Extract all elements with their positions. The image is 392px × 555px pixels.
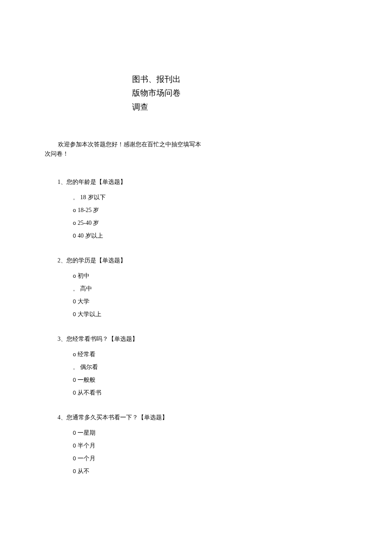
question-number: 2、 [58, 257, 66, 264]
option-text: 半个月 [78, 442, 95, 450]
question-text: 您经常看书吗？【单选题】 [66, 336, 138, 342]
intro-text: 欢迎参加本次答题您好！感谢您在百忙之中抽空填写本 次问卷！ [45, 140, 224, 159]
option-item: 0 大学以上 [73, 311, 168, 318]
option-bullet: 0 [73, 468, 76, 474]
options-list: 0 一星期 0 半个月 0 一个月 0 从不 [73, 429, 168, 475]
option-bullet: 0 [73, 430, 76, 436]
option-item: 0 从不看书 [73, 389, 168, 397]
option-item: 。18 岁以下 [73, 194, 168, 201]
option-text: 18 岁以下 [80, 194, 106, 201]
option-bullet: 。 [73, 363, 78, 371]
option-text: 一星期 [78, 429, 95, 437]
options-list: o 初中 。高中 0 大学 0 大学以上 [73, 272, 168, 318]
question-number: 1、 [58, 179, 66, 185]
options-list: o 经常看 。偶尔看 0 一般般 0 从不看书 [73, 351, 168, 397]
options-list: 。18 岁以下 o18-25 岁 o25-40 岁 040 岁以上 [73, 194, 168, 240]
option-bullet: o [73, 351, 76, 357]
option-text: 一般般 [78, 376, 95, 384]
option-item: o18-25 岁 [73, 206, 168, 214]
option-bullet: 0 [73, 389, 76, 396]
question-1: 1、您的年龄是【单选题】 。18 岁以下 o18-25 岁 o25-40 岁 0… [58, 178, 168, 240]
option-text: 大学以上 [78, 311, 101, 318]
option-bullet: 0 [73, 377, 76, 383]
option-item: 。高中 [73, 285, 168, 293]
option-text: 偶尔看 [80, 363, 98, 371]
option-bullet: 0 [73, 298, 76, 305]
questions-container: 1、您的年龄是【单选题】 。18 岁以下 o18-25 岁 o25-40 岁 0… [58, 178, 168, 492]
option-text: 从不 [78, 468, 89, 475]
option-bullet: 0 [73, 232, 76, 239]
option-text: 经常看 [78, 351, 95, 358]
document-title: 图书、报刊出 版物市场问卷 调查 [132, 73, 196, 114]
question-number: 4、 [58, 414, 66, 421]
option-text: 大学 [78, 298, 89, 305]
intro-line-2: 次问卷！ [45, 149, 224, 159]
option-text: 25-40 岁 [78, 219, 99, 227]
option-text: 一个月 [78, 455, 95, 462]
question-3: 3、您经常看书吗？【单选题】 o 经常看 。偶尔看 0 一般般 0 从不看书 [58, 335, 168, 397]
option-bullet: 0 [73, 455, 76, 462]
option-bullet: o [73, 207, 76, 213]
question-title: 3、您经常看书吗？【单选题】 [58, 335, 168, 343]
option-item: o25-40 岁 [73, 219, 168, 227]
question-title: 2、您的学历是【单选题】 [58, 257, 168, 264]
question-4: 4、您通常多久买本书看一下？【单选题】 0 一星期 0 半个月 0 一个月 0 … [58, 414, 168, 475]
option-bullet: 0 [73, 442, 76, 449]
option-text: 40 岁以上 [78, 232, 103, 240]
question-text: 您的年龄是【单选题】 [66, 179, 126, 185]
option-item: 0 半个月 [73, 442, 168, 450]
option-bullet: 。 [73, 285, 78, 293]
question-2: 2、您的学历是【单选题】 o 初中 。高中 0 大学 0 大学以上 [58, 257, 168, 318]
option-bullet: 。 [73, 194, 78, 201]
option-item: 。偶尔看 [73, 363, 168, 371]
option-item: 0 一般般 [73, 376, 168, 384]
option-text: 初中 [78, 272, 89, 280]
option-bullet: o [73, 220, 76, 226]
option-bullet: o [73, 273, 76, 279]
question-number: 3、 [58, 336, 66, 342]
question-title: 1、您的年龄是【单选题】 [58, 178, 168, 186]
option-item: 040 岁以上 [73, 232, 168, 240]
question-text: 您通常多久买本书看一下？【单选题】 [66, 414, 168, 421]
option-item: o 初中 [73, 272, 168, 280]
option-item: 0 一星期 [73, 429, 168, 437]
option-text: 从不看书 [78, 389, 101, 397]
title-line-2: 版物市场问卷 [132, 86, 196, 100]
option-item: 0 从不 [73, 468, 168, 475]
option-item: 0 大学 [73, 298, 168, 305]
intro-line-1: 欢迎参加本次答题您好！感谢您在百忙之中抽空填写本 [45, 140, 224, 149]
option-item: 0 一个月 [73, 455, 168, 462]
option-bullet: 0 [73, 311, 76, 317]
option-text: 高中 [80, 285, 92, 293]
option-text: 18-25 岁 [78, 206, 99, 214]
option-item: o 经常看 [73, 351, 168, 358]
title-line-3: 调查 [132, 100, 196, 114]
question-title: 4、您通常多久买本书看一下？【单选题】 [58, 414, 168, 421]
title-line-1: 图书、报刊出 [132, 73, 196, 86]
question-text: 您的学历是【单选题】 [66, 257, 126, 264]
